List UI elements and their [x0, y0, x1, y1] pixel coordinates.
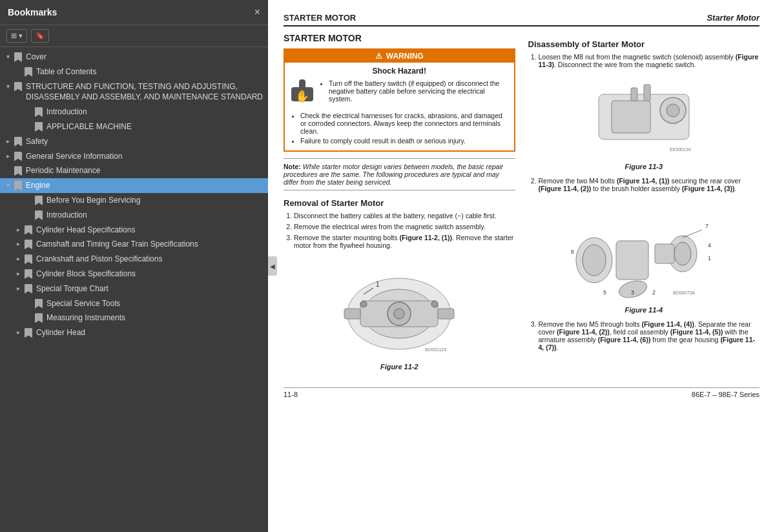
bookmark-icon: 🔖	[36, 32, 45, 40]
expand-arrow-special-torque[interactable]	[13, 284, 23, 293]
svg-text:1: 1	[376, 281, 380, 288]
disassembly-steps-3: Remove the two M5 through bolts (Figure …	[539, 320, 760, 351]
svg-point-23	[583, 245, 606, 276]
svg-text:BD00073A: BD00073A	[673, 291, 695, 295]
sidebar-title: Bookmarks	[8, 7, 57, 17]
expand-arrow-cylinder-block[interactable]	[13, 269, 23, 278]
svg-text:✋: ✋	[295, 89, 310, 103]
bookmark-item-applicable[interactable]: APPLICABLE MACHINE	[0, 119, 268, 134]
svg-text:BD002124: BD002124	[425, 347, 446, 352]
warning-extra-bullets: Check the electrical harnesses for crack…	[291, 112, 508, 145]
bookmark-icon-intro1	[34, 107, 44, 116]
bookmark-label-measuring: Measuring Instruments	[46, 312, 263, 323]
disassembly-steps: Loosen the M8 nut from the magnetic swit…	[539, 53, 760, 68]
bookmark-item-cylinder-block[interactable]: Cylinder Block Specifications	[0, 267, 268, 281]
bookmark-item-cylinder-head2[interactable]: Cylinder Head	[0, 325, 268, 340]
bookmark-item-toc[interactable]: Table of Contents	[0, 65, 268, 79]
bookmark-item-camshaft[interactable]: Camshaft and Timing Gear Train Specifica…	[0, 237, 268, 252]
bookmark-label-structure: STRUCTURE AND FUNCTION, TESTING AND ADJU…	[26, 81, 263, 103]
svg-point-27	[674, 242, 691, 265]
bookmark-icon-engine	[13, 181, 23, 190]
bookmark-icon-cylinder-head	[23, 225, 34, 234]
bookmark-icon-special-torque	[23, 284, 34, 293]
document-header: STARTER MOTOR Starter Motor	[284, 13, 760, 26]
hand-warning-icon: ✋	[291, 79, 315, 108]
disassembly-step-3: Remove the two M5 through bolts (Figure …	[539, 320, 760, 351]
expand-arrow-cover[interactable]	[3, 52, 13, 61]
bookmark-label-intro2: Introduction	[46, 210, 263, 221]
svg-text:4: 4	[708, 242, 711, 249]
bookmark-item-special-service[interactable]: Special Service Tools	[0, 296, 268, 311]
bookmark-item-before[interactable]: Before You Begin Servicing	[0, 193, 268, 208]
expand-arrow-camshaft[interactable]	[13, 240, 23, 249]
svg-rect-12	[344, 309, 360, 319]
figure-11-2-label: Figure 11-2	[284, 363, 515, 371]
removal-title: Removal of Starter Motor	[284, 198, 515, 208]
sidebar-collapse-button[interactable]: ◀	[268, 256, 277, 276]
bookmark-label-cylinder-head: Cylinder Head Specifications	[36, 225, 263, 236]
bookmark-item-periodic[interactable]: Periodic Maintenance	[0, 163, 268, 178]
bookmark-item-intro2[interactable]: Introduction	[0, 208, 268, 223]
svg-text:5: 5	[603, 289, 606, 296]
bookmark-item-engine[interactable]: Engine	[0, 178, 268, 193]
header-title-right: Starter Motor	[707, 13, 760, 23]
warning-body: ✋ Turn off the battery switch (if equipp…	[291, 79, 508, 108]
series-label: 86E-7 – 98E-7 Series	[692, 391, 760, 398]
bookmark-icon-periodic	[13, 166, 23, 175]
bookmark-item-general[interactable]: General Service Information	[0, 149, 268, 164]
warning-bullets: Turn off the battery switch (if equipped…	[320, 79, 508, 108]
expand-arrow-cylinder-head2[interactable]	[13, 328, 23, 337]
page-footer: 11-8 86E-7 – 98E-7 Series	[284, 387, 760, 398]
expand-arrow-safety[interactable]	[3, 137, 13, 146]
figure-11-3-container: EE000134 Figure 11-3	[528, 75, 760, 170]
bookmark-label-applicable: APPLICABLE MACHINE	[46, 121, 263, 132]
bookmark-item-cover[interactable]: Cover	[0, 50, 268, 65]
bookmark-icon-special-service	[34, 299, 44, 308]
sidebar-toolbar: ⊞ ▾ 🔖	[0, 25, 268, 47]
warning-shock-title: Shock Hazard!	[291, 66, 508, 76]
expand-arrow-crankshaft[interactable]	[13, 254, 23, 263]
svg-point-9	[431, 301, 438, 307]
header-title-left: STARTER MOTOR	[284, 13, 356, 23]
svg-text:7: 7	[705, 223, 708, 229]
bookmark-item-special-torque[interactable]: Special Torque Chart	[0, 281, 268, 296]
bookmark-item-crankshaft[interactable]: Crankshaft and Piston Specifications	[0, 252, 268, 267]
bookmark-icon-before	[34, 196, 44, 205]
bookmark-icon-structure	[13, 82, 23, 91]
svg-text:2: 2	[652, 289, 656, 296]
bookmark-label-special-service: Special Service Tools	[46, 298, 263, 309]
sidebar-header: Bookmarks ×	[0, 0, 268, 25]
left-column: STARTER MOTOR ⚠ WARNING Shock Hazard! ✋	[284, 33, 515, 377]
bookmark-icon-toc	[23, 67, 34, 76]
bookmark-label-safety: Safety	[26, 136, 263, 147]
bookmark-icon-cylinder-block	[23, 269, 34, 278]
bookmark-item-measuring[interactable]: Measuring Instruments	[0, 311, 268, 325]
svg-text:EE000134: EE000134	[670, 147, 691, 152]
expand-arrow-general[interactable]	[3, 152, 13, 161]
warning-box: ⚠ WARNING Shock Hazard! ✋ Turn off t	[284, 48, 515, 152]
svg-rect-19	[631, 88, 637, 101]
svg-line-30	[683, 230, 702, 238]
svg-text:6: 6	[571, 249, 574, 255]
bookmark-label-crankshaft: Crankshaft and Piston Specifications	[36, 254, 263, 265]
bookmark-item-safety[interactable]: Safety	[0, 134, 268, 149]
removal-step-1: Disconnect the battery cables at the bat…	[294, 212, 515, 220]
svg-rect-24	[616, 241, 648, 280]
expand-arrow-engine[interactable]	[3, 181, 13, 190]
bookmark-add-button[interactable]: 🔖	[31, 29, 49, 43]
bookmark-item-intro1[interactable]: Introduction	[0, 105, 268, 119]
right-column: Disassembly of Starter Motor Loosen the …	[528, 33, 760, 377]
document-body: STARTER MOTOR ⚠ WARNING Shock Hazard! ✋	[284, 33, 760, 377]
bookmark-item-structure[interactable]: STRUCTURE AND FUNCTION, TESTING AND ADJU…	[0, 79, 268, 105]
expand-arrow-cylinder-head[interactable]	[13, 225, 23, 234]
disassembly-step-2: Remove the two M4 bolts (Figure 11-4, (1…	[539, 177, 760, 192]
bookmark-icon-applicable	[34, 122, 44, 131]
figure-11-2-container: 1 BD002124 Figure 11-2	[284, 256, 515, 371]
close-button[interactable]: ×	[254, 6, 260, 18]
bookmark-label-cover: Cover	[26, 52, 263, 63]
bookmark-item-cylinder-head[interactable]: Cylinder Head Specifications	[0, 223, 268, 238]
disassembly-steps-2: Remove the two M4 bolts (Figure 11-4, (1…	[539, 177, 760, 192]
expand-arrow-structure[interactable]	[3, 82, 13, 91]
bookmark-icon-intro2	[34, 210, 44, 220]
view-toggle-button[interactable]: ⊞ ▾	[6, 29, 27, 43]
